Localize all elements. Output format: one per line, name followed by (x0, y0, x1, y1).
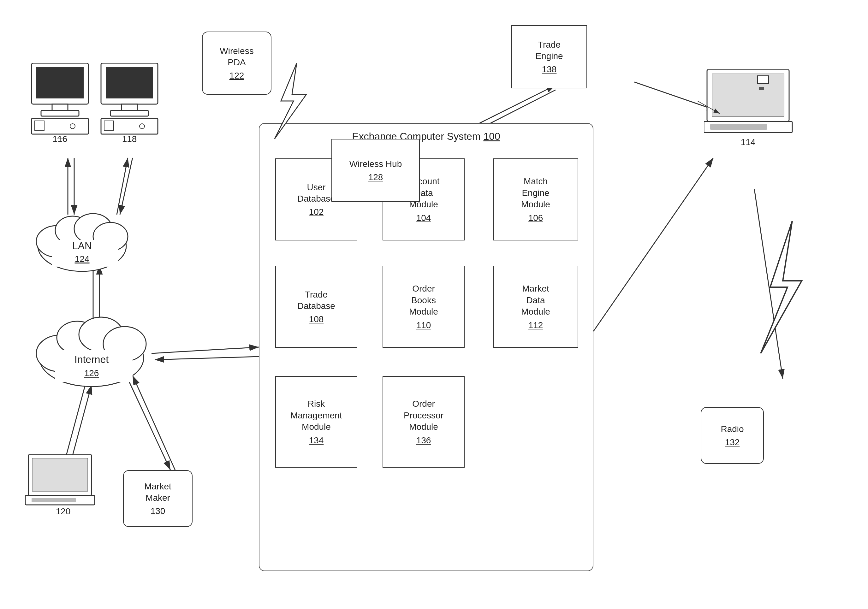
trade-database-module: TradeDatabase 108 (275, 266, 357, 348)
order-books-num: 110 (416, 320, 431, 330)
wireless-pda-label: WirelessPDA (220, 45, 253, 68)
order-processor-num: 136 (416, 435, 431, 446)
diagram: Exchange Computer System 100 UserDatabas… (0, 0, 868, 609)
trade-database-label: TradeDatabase (297, 289, 335, 312)
trade-database-num: 108 (309, 314, 324, 324)
svg-rect-51 (110, 110, 148, 116)
svg-rect-63 (758, 76, 769, 84)
svg-text:Internet: Internet (74, 354, 109, 365)
label-114-arrow (694, 98, 726, 117)
wireless-hub-num: 128 (368, 172, 383, 182)
svg-rect-42 (41, 110, 79, 116)
svg-text:118: 118 (122, 134, 137, 144)
svg-line-21 (594, 158, 713, 331)
market-maker-box: MarketMaker 130 (123, 470, 192, 527)
svg-marker-69 (761, 221, 802, 353)
svg-rect-50 (121, 104, 137, 110)
svg-rect-44 (35, 121, 44, 130)
trade-engine-num: 138 (542, 64, 557, 74)
risk-management-label: RiskManagementModule (290, 398, 342, 432)
svg-point-45 (70, 124, 75, 129)
radio-num: 132 (725, 437, 740, 448)
lightning-pda-hub (265, 63, 316, 139)
market-data-num: 112 (529, 320, 543, 330)
internet-cloud: Internet 126 (31, 300, 152, 394)
svg-rect-64 (759, 87, 764, 90)
svg-rect-59 (31, 498, 76, 502)
pc-116: 116 (25, 63, 95, 145)
market-maker-num: 130 (150, 506, 165, 516)
svg-text:LAN: LAN (72, 240, 92, 251)
exchange-container: Exchange Computer System 100 UserDatabas… (259, 123, 594, 571)
svg-line-70 (698, 101, 720, 113)
account-data-num: 104 (416, 213, 431, 223)
wireless-pda-num: 122 (229, 71, 244, 81)
market-maker-label: MarketMaker (144, 481, 171, 504)
svg-point-54 (140, 124, 144, 129)
svg-text:114: 114 (741, 137, 756, 147)
svg-rect-53 (104, 121, 114, 130)
match-engine-module: MatchEngineModule 106 (493, 158, 578, 240)
user-database-num: 102 (309, 207, 324, 217)
svg-line-12 (152, 347, 259, 353)
wireless-pda-box: WirelessPDA 122 (202, 31, 271, 95)
laptop-120: 120 (25, 454, 101, 518)
trade-engine-label: TradeEngine (535, 39, 563, 62)
wireless-hub-label: Wireless Hub (349, 158, 402, 170)
svg-marker-68 (274, 63, 306, 139)
svg-rect-49 (106, 67, 153, 98)
svg-rect-40 (36, 67, 84, 98)
svg-text:120: 120 (56, 507, 71, 516)
match-engine-label: MatchEngineModule (521, 176, 550, 210)
risk-management-num: 134 (309, 435, 324, 446)
radio-box: Radio 132 (701, 407, 764, 464)
order-books-label: OrderBooksModule (409, 283, 438, 318)
svg-rect-57 (32, 458, 88, 491)
order-processor-module: OrderProcessorModule 136 (383, 376, 465, 468)
risk-management-module: RiskManagementModule 134 (275, 376, 357, 468)
lightning-right (751, 221, 808, 353)
match-engine-num: 106 (529, 213, 543, 223)
order-processor-label: OrderProcessorModule (404, 398, 443, 432)
svg-rect-41 (52, 104, 68, 110)
svg-text:124: 124 (75, 254, 90, 264)
svg-text:116: 116 (53, 134, 68, 144)
order-books-module: OrderBooksModule 110 (383, 266, 465, 348)
wireless-hub-box: Wireless Hub 128 (332, 139, 420, 202)
exchange-num: 100 (483, 131, 500, 142)
pc-118: 118 (95, 63, 164, 145)
user-database-label: UserDatabase (297, 182, 335, 205)
svg-text:126: 126 (84, 368, 99, 378)
svg-line-13 (155, 356, 259, 360)
lan-cloud: LAN 124 (31, 196, 133, 278)
radio-label: Radio (721, 423, 744, 435)
svg-rect-66 (710, 124, 767, 130)
market-data-module: MarketDataModule 112 (493, 266, 578, 348)
market-data-label: MarketDataModule (521, 283, 550, 318)
trade-engine-box: TradeEngine 138 (512, 25, 587, 88)
